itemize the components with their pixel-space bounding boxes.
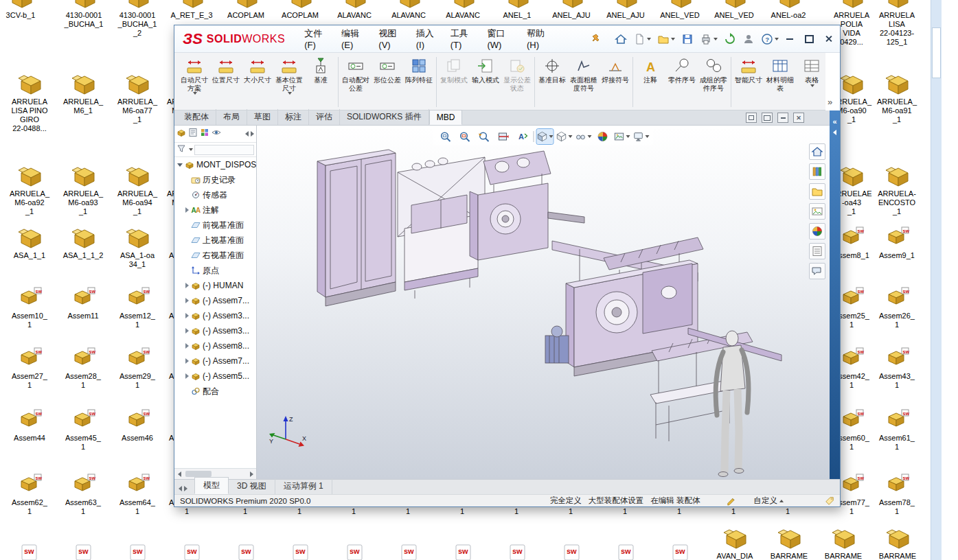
- scrollbar-thumb[interactable]: [185, 471, 212, 477]
- ribbon-button[interactable]: 基本位置尺寸: [273, 54, 305, 110]
- desktop-icon[interactable]: swAssem10_1: [3, 283, 56, 329]
- desktop-icon[interactable]: ARRUELA_M6-oa92_1: [3, 161, 56, 216]
- desktop-icon[interactable]: 4130-0001_BUCHA_1_2: [111, 0, 164, 38]
- ribbon-button[interactable]: 自动配对公差: [340, 54, 372, 110]
- menu-item-5[interactable]: 窗口(W): [481, 25, 521, 52]
- view-settings-icon[interactable]: [633, 129, 650, 144]
- configurationmanager-tab-icon[interactable]: [200, 128, 209, 140]
- desktop-icon[interactable]: swAssem43_1: [870, 343, 924, 390]
- desktop-icon[interactable]: ALAVANC: [328, 0, 381, 20]
- tree-item[interactable]: 配合: [174, 384, 256, 399]
- tree-item[interactable]: 右视基准面: [174, 248, 256, 263]
- desktop-icon[interactable]: sw: [328, 531, 382, 560]
- expander-icon[interactable]: [185, 358, 189, 364]
- desktop-icon[interactable]: swAssem45_1: [56, 405, 110, 452]
- forum-tab[interactable]: [809, 263, 825, 279]
- propertymanager-tab-icon[interactable]: [188, 128, 198, 140]
- menu-item-0[interactable]: 文件(F): [299, 25, 336, 52]
- desktop-icon[interactable]: sw: [545, 531, 599, 560]
- command-tab[interactable]: 标注: [278, 109, 309, 125]
- desktop-icon[interactable]: sw: [220, 531, 273, 560]
- desktop-scrollbar-thumb[interactable]: [932, 27, 941, 78]
- desktop-icon[interactable]: sw: [274, 531, 328, 560]
- ribbon-button[interactable]: 智能尺寸: [733, 54, 764, 110]
- panel-scroll-right-icon[interactable]: [251, 131, 254, 137]
- desktop-icon[interactable]: ANEL_AJU: [545, 0, 598, 20]
- tree-item[interactable]: 传感器: [174, 187, 256, 202]
- menu-item-3[interactable]: 插入(I): [411, 25, 445, 52]
- tree-item[interactable]: (-) Assem3...: [174, 323, 256, 338]
- desktop-icon[interactable]: BARRAME: [762, 523, 816, 560]
- expander-open-icon[interactable]: [177, 163, 183, 167]
- filter-input[interactable]: [194, 145, 254, 155]
- desktop-icon[interactable]: sw: [437, 531, 490, 560]
- doc-tab[interactable]: 3D 视图: [229, 478, 275, 494]
- menu-item-4[interactable]: 工具(T): [445, 25, 482, 52]
- desktop-icon[interactable]: swAssem61_1: [870, 405, 924, 452]
- apply-scene-icon[interactable]: [614, 129, 630, 144]
- pin-icon[interactable]: [591, 34, 602, 45]
- desktop-icon[interactable]: swAssem78_1: [870, 469, 924, 516]
- ribbon-button[interactable]: 焊接符号: [600, 54, 631, 110]
- desktop-icon[interactable]: sw: [111, 531, 165, 560]
- desktop-icon[interactable]: swAssem29_1: [111, 343, 164, 390]
- desktop-icon[interactable]: sw: [383, 531, 436, 560]
- close-button[interactable]: [819, 32, 837, 46]
- desktop-icon[interactable]: ARRUELA_M6-oa91_1: [870, 69, 924, 124]
- desktop-icon[interactable]: swAssem46: [111, 405, 164, 443]
- desktop-icon[interactable]: sw: [491, 531, 545, 560]
- tree-item[interactable]: (-) HUMAN: [174, 278, 256, 293]
- desktop-icon[interactable]: 3CV-b_1: [0, 0, 47, 20]
- desktop-icon[interactable]: swAssem62_1: [3, 469, 56, 516]
- displaymanager-tab-icon[interactable]: [212, 128, 221, 140]
- ribbon-button[interactable]: 自动尺寸方案: [179, 54, 210, 110]
- tree-item[interactable]: 前视基准面: [174, 218, 256, 233]
- desktop-icon[interactable]: ARRUELALISA PINOGIRO22-0488...: [3, 69, 56, 133]
- doc-tab-scroll-left-icon[interactable]: [179, 486, 182, 491]
- menu-item-1[interactable]: 编辑(E): [336, 25, 373, 52]
- zoom-fit-icon[interactable]: [437, 129, 454, 144]
- view-palette-tab[interactable]: [809, 203, 825, 220]
- quick-user-button[interactable]: [740, 32, 757, 47]
- desktop-icon[interactable]: sw: [3, 531, 56, 560]
- desktop-icon[interactable]: ALAVANC: [436, 0, 490, 20]
- desktop-icon[interactable]: swAssem63_1: [56, 469, 110, 516]
- ribbon-button[interactable]: 基准: [305, 54, 337, 110]
- zoom-area-icon[interactable]: [457, 129, 473, 144]
- expander-icon[interactable]: [185, 313, 189, 318]
- desktop-icon[interactable]: swAssem11: [56, 283, 110, 320]
- ribbon-button[interactable]: 输入模式: [470, 54, 501, 110]
- desktop-icon[interactable]: ASA_1_1_2: [56, 222, 110, 260]
- expander-icon[interactable]: [185, 343, 189, 349]
- status-customize[interactable]: 自定义: [754, 495, 784, 506]
- tree-item[interactable]: 历史记录: [174, 172, 256, 187]
- desktop-icon[interactable]: sw: [600, 531, 653, 560]
- view-orientation-icon[interactable]: [537, 129, 554, 144]
- command-tab[interactable]: SOLIDWORKS 插件: [340, 109, 429, 125]
- quick-new-document-button[interactable]: [631, 32, 653, 47]
- task-pane-expand-icon[interactable]: «: [830, 110, 840, 126]
- filter-dropdown-caret-icon[interactable]: [189, 148, 193, 151]
- previous-view-icon[interactable]: [476, 129, 492, 144]
- tree-item[interactable]: (-) Assem7...: [174, 293, 256, 308]
- desktop-icon[interactable]: ARRUELA_M6-oa94_1: [111, 161, 164, 216]
- desktop-icon[interactable]: sw: [57, 531, 111, 560]
- desktop-icon[interactable]: AVAN_DIA: [708, 523, 762, 560]
- ribbon-button[interactable]: 成组的零件序号: [698, 54, 729, 110]
- tree-item[interactable]: 原点: [174, 263, 256, 278]
- ribbon-button[interactable]: 大小尺寸: [242, 54, 273, 110]
- scroll-left-arrow-icon[interactable]: [174, 469, 184, 479]
- command-tab[interactable]: MBD: [429, 110, 463, 125]
- desktop-icon[interactable]: swAssem9_1: [870, 222, 924, 260]
- ribbon-button[interactable]: 表面粗糙度符号: [568, 54, 600, 110]
- desktop-icon[interactable]: ALAVANC: [382, 0, 435, 20]
- doc-restore-button[interactable]: [746, 113, 757, 123]
- command-tab[interactable]: 布局: [216, 109, 247, 125]
- hide-show-items-icon[interactable]: [575, 129, 592, 144]
- solidworks-resources-tab[interactable]: [809, 143, 825, 160]
- desktop-icon[interactable]: ASA_1-oa34_1: [111, 222, 164, 269]
- section-view-icon[interactable]: [495, 129, 512, 144]
- annotation-view-icon[interactable]: A: [514, 129, 531, 144]
- desktop-icon[interactable]: ARRUELA_M6-oa77_1: [111, 69, 164, 124]
- desktop-icon[interactable]: swAssem44: [3, 405, 56, 443]
